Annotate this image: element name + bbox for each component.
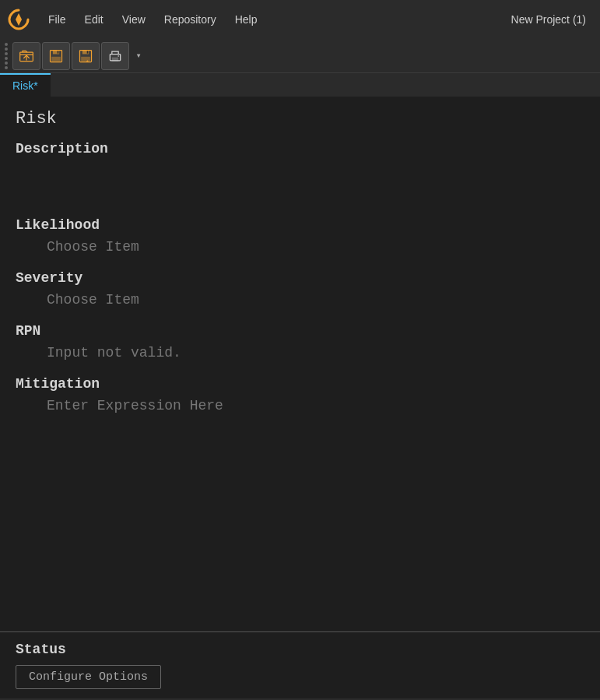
svg-rect-8 [87,51,89,53]
description-block: Description [16,141,584,202]
open-button[interactable] [12,42,40,70]
svg-rect-11 [112,57,118,61]
mitigation-block: Mitigation Enter Expression Here [16,376,584,413]
menu-repository[interactable]: Repository [156,10,224,29]
svg-rect-3 [51,56,61,61]
print-button[interactable] [101,42,129,70]
rpn-label: RPN [16,323,584,339]
svg-rect-7 [81,56,90,61]
status-section: Status Configure Options [0,631,600,698]
tab-bar: Risk* [0,73,600,97]
save-button[interactable] [42,42,70,70]
rpn-block: RPN Input not valid. [16,323,584,361]
likelihood-value[interactable]: Choose Item [16,239,584,255]
description-value [16,163,584,202]
save-as-button[interactable]: + [72,42,100,70]
svg-text:+: + [86,59,89,64]
menu-file[interactable]: File [40,10,74,29]
mitigation-label: Mitigation [16,376,584,392]
project-title: New Project (1) [511,13,586,26]
likelihood-label: Likelihood [16,217,584,233]
menu-view[interactable]: View [114,10,153,29]
svg-rect-4 [58,51,59,53]
status-label: Status [16,642,584,657]
mitigation-value[interactable]: Enter Expression Here [16,398,584,413]
toolbar: + ▾ [0,39,600,73]
svg-point-12 [118,55,119,57]
rpn-value: Input not valid. [16,345,584,361]
menu-help[interactable]: Help [227,10,265,29]
likelihood-block: Likelihood Choose Item [16,217,584,255]
severity-block: Severity Choose Item [16,270,584,308]
configure-options-button[interactable]: Configure Options [16,665,161,689]
content-area: Risk Description Likelihood Choose Item … [0,97,600,698]
form-title: Risk [16,109,584,128]
toolbar-drag-handle [3,43,9,69]
menu-edit[interactable]: Edit [77,10,111,29]
description-label: Description [16,141,584,157]
toolbar-more-dropdown[interactable]: ▾ [131,42,146,70]
tab-risk[interactable]: Risk* [0,73,51,97]
severity-label: Severity [16,270,584,286]
severity-value[interactable]: Choose Item [16,292,584,308]
app-logo [6,7,31,32]
menu-bar: File Edit View Repository Help New Proje… [0,0,600,39]
